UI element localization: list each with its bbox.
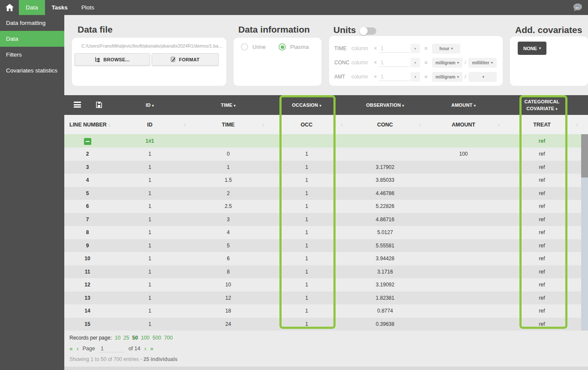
cell-id: 1 <box>111 308 189 314</box>
sort-icon[interactable]: ↑↓ <box>340 123 342 127</box>
sidebar: Data formatting Data Filters Covariates … <box>0 15 64 370</box>
showing-entries-status: Showing 1 to 50 of 700 entries - 25 indi… <box>69 356 177 362</box>
group-row: 1#1 ref <box>64 134 581 147</box>
prev-page-button[interactable]: ‹ <box>77 345 79 352</box>
urine-radio[interactable] <box>241 43 248 51</box>
column-time: TIME↑↓ <box>189 122 267 128</box>
table-row: 2 1 0 1 100 ref <box>64 147 581 161</box>
data-file-title: Data file <box>78 24 113 35</box>
cell-line-number: 13 <box>64 295 111 301</box>
page-number-input[interactable] <box>99 345 125 352</box>
cell-treat: ref <box>503 243 581 249</box>
scrollbar-thumb[interactable] <box>581 134 588 177</box>
sidebar-item-covariates-statistics[interactable]: Covariates statistics <box>0 63 64 78</box>
header-dropdown-occasion[interactable]: OCCASION ▾ <box>267 102 346 108</box>
time-factor-dropdown[interactable]: ▾ <box>411 44 420 53</box>
cell-id: 1 <box>111 164 189 170</box>
save-icon[interactable] <box>96 102 102 108</box>
conc-unit-denominator-dropdown[interactable]: milliliter▾ <box>468 58 497 68</box>
header-dropdown-amount[interactable]: AMOUNT ▾ <box>424 102 503 108</box>
records-option-100[interactable]: 100 <box>141 335 150 341</box>
units-toggle[interactable] <box>360 27 376 35</box>
home-button[interactable] <box>0 0 19 15</box>
tab-data[interactable]: Data <box>19 0 45 15</box>
conc-factor-input[interactable] <box>379 58 410 67</box>
caret-down-icon: ▾ <box>234 104 236 108</box>
table-row: 13 1 12 1 1.82381 ref <box>64 292 581 305</box>
header-dropdown-time[interactable]: TIME ▾ <box>189 102 267 108</box>
cell-conc: 4.86716 <box>346 217 424 223</box>
cell-occ: 1 <box>267 308 346 314</box>
sidebar-item-filters[interactable]: Filters <box>0 47 64 63</box>
vertical-scrollbar[interactable] <box>581 134 588 331</box>
page-count-label: of 14 <box>129 346 141 352</box>
sort-icon[interactable]: ↑↓ <box>183 123 186 127</box>
format-label: FORMAT <box>179 57 199 62</box>
collapse-group-button[interactable] <box>84 138 91 145</box>
cell-treat: ref <box>503 190 581 196</box>
cell-amount: 100 <box>424 151 503 157</box>
cell-id: 1 <box>111 229 189 235</box>
cell-id: 1 <box>111 295 189 301</box>
time-unit-dropdown[interactable]: hour▾ <box>432 44 460 54</box>
sort-icon[interactable]: ↑↓ <box>262 123 264 127</box>
cell-id: 1 <box>111 256 189 262</box>
amt-unit-numerator-dropdown[interactable]: milligram▾ <box>432 72 462 82</box>
header-dropdown-observation[interactable]: OBSERVATION ▾ <box>346 102 424 108</box>
next-page-button[interactable]: › <box>144 345 146 352</box>
data-information-title: Data information <box>238 24 310 35</box>
plasma-radio[interactable] <box>279 43 286 51</box>
last-page-button[interactable]: » <box>150 345 153 352</box>
cell-time: 4 <box>189 229 267 235</box>
records-option-10[interactable]: 10 <box>115 335 120 341</box>
records-option-50[interactable]: 50 <box>132 335 138 341</box>
covariates-none-dropdown[interactable]: NONE ▾ <box>518 42 546 55</box>
sort-icon[interactable]: ↑↓ <box>419 123 421 127</box>
header-dropdown-categorical-covariate[interactable]: CATEGORICAL COVARIATE ▾ <box>503 98 581 112</box>
caret-down-icon: ▾ <box>491 61 493 65</box>
tab-plots[interactable]: Plots <box>75 0 101 15</box>
conc-factor-dropdown[interactable]: ▾ <box>411 58 420 67</box>
amt-unit-denominator-dropdown[interactable]: ▾ <box>468 72 497 82</box>
menu-icon[interactable] <box>74 102 81 108</box>
records-option-500[interactable]: 500 <box>153 335 161 341</box>
records-option-700[interactable]: 700 <box>164 335 173 341</box>
cell-id: 1 <box>111 321 189 327</box>
conc-multiply-sign: × <box>372 60 379 66</box>
browse-button[interactable]: BROWSE... <box>75 53 150 66</box>
cell-conc: 4.46786 <box>346 190 424 196</box>
records-option-25[interactable]: 25 <box>123 335 129 341</box>
cell-time: 18 <box>189 308 267 314</box>
sort-icon[interactable]: ↑↓ <box>497 123 499 127</box>
feedback-button[interactable] <box>573 0 588 15</box>
cell-treat: ref <box>503 282 581 288</box>
table-row: 9 1 5 1 5.55581 ref <box>64 239 581 253</box>
units-row-amt: AMT column × ▾ = milligram▾ / ▾ <box>334 72 497 81</box>
amt-factor-dropdown[interactable]: ▾ <box>411 72 420 81</box>
sort-icon[interactable]: ↑↓ <box>576 123 578 127</box>
column-treat: TREAT↑↓ <box>503 122 581 128</box>
sidebar-item-data[interactable]: Data <box>0 31 64 47</box>
time-factor-input[interactable] <box>379 44 410 53</box>
amt-factor-input[interactable] <box>379 72 410 81</box>
cell-id: 1 <box>111 243 189 249</box>
column-occ: OCC↑↓ <box>267 122 346 128</box>
caret-down-icon: ▾ <box>457 61 459 65</box>
tab-tasks[interactable]: Tasks <box>45 0 75 15</box>
cell-time: 12 <box>189 295 267 301</box>
data-type-radio-group: Urine Plasma <box>241 43 317 51</box>
first-page-button[interactable]: « <box>69 345 73 352</box>
cell-line-number: 8 <box>64 229 111 235</box>
caret-down-icon: ▾ <box>319 104 321 108</box>
amt-unit-label: AMT <box>334 74 351 80</box>
amt-column-text: column <box>351 74 372 80</box>
format-button[interactable]: FORMAT <box>152 53 219 66</box>
column-id: ID↑↓ <box>111 122 189 128</box>
table-row: 3 1 1 1 3.17902 ref <box>64 161 581 174</box>
header-dropdown-id[interactable]: ID ▾ <box>111 102 189 108</box>
sidebar-item-data-formatting[interactable]: Data formatting <box>0 15 64 31</box>
group-treat-cell: ref <box>503 138 581 144</box>
cell-line-number: 11 <box>64 269 111 275</box>
conc-unit-numerator-dropdown[interactable]: milligram▾ <box>432 58 462 68</box>
sort-icon[interactable]: ↑↓ <box>108 123 110 127</box>
